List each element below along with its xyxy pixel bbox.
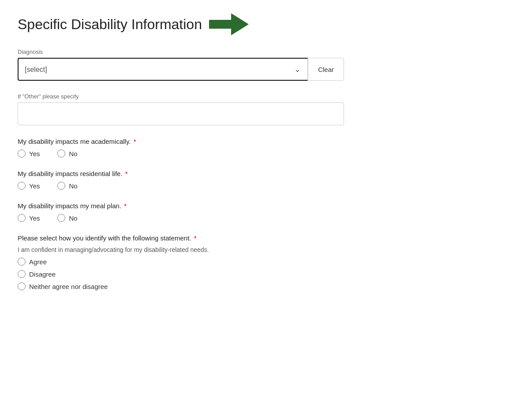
diagnosis-select[interactable]: [select] <box>18 58 308 81</box>
residential-no-radio[interactable] <box>57 182 65 190</box>
meal-plan-no-radio[interactable] <box>57 214 65 222</box>
diagnosis-section: Diagnosis [select] Clear <box>18 49 344 81</box>
academic-yes-radio[interactable] <box>18 150 26 158</box>
meal-plan-required-star: * <box>122 202 127 210</box>
academic-question-section: My disability impacts me academically. *… <box>18 138 344 158</box>
academic-radio-group: Yes No <box>18 150 344 158</box>
residential-question-label: My disability impacts residential life. … <box>18 170 344 177</box>
page-title: Specific Disability Information <box>18 16 202 33</box>
academic-required-star: * <box>131 138 136 145</box>
identity-disagree-option[interactable]: Disagree <box>18 270 344 278</box>
identity-neither-radio[interactable] <box>18 282 26 290</box>
diagnosis-select-wrapper: [select] <box>18 58 308 81</box>
clear-button[interactable]: Clear <box>308 58 344 81</box>
academic-yes-option[interactable]: Yes <box>18 150 40 158</box>
meal-plan-radio-group: Yes No <box>18 214 344 222</box>
residential-no-option[interactable]: No <box>57 182 77 190</box>
diagnosis-label: Diagnosis <box>18 49 344 55</box>
arrow-icon <box>209 13 249 35</box>
academic-question-label: My disability impacts me academically. * <box>18 138 344 145</box>
residential-radio-group: Yes No <box>18 182 344 190</box>
residential-question-section: My disability impacts residential life. … <box>18 170 344 190</box>
other-specify-label: If "Other" please specify <box>18 93 344 100</box>
identity-sub-label: I am confident in managing/advocating fo… <box>18 246 344 253</box>
identity-radio-group: Agree Disagree Neither agree nor disagre… <box>18 258 344 290</box>
identity-agree-option[interactable]: Agree <box>18 258 344 266</box>
svg-marker-0 <box>209 13 249 35</box>
meal-plan-yes-option[interactable]: Yes <box>18 214 40 222</box>
residential-required-star: * <box>123 170 128 177</box>
meal-plan-question-section: My disability impacts my meal plan. * Ye… <box>18 202 344 222</box>
meal-plan-yes-radio[interactable] <box>18 214 26 222</box>
identity-disagree-radio[interactable] <box>18 270 26 278</box>
academic-no-radio[interactable] <box>57 150 65 158</box>
other-specify-input[interactable] <box>18 102 344 125</box>
identity-neither-option[interactable]: Neither agree nor disagree <box>18 282 344 290</box>
identity-required-star: * <box>192 234 197 242</box>
diagnosis-row: [select] Clear <box>18 58 344 81</box>
page-container: Specific Disability Information Diagnosi… <box>18 13 344 290</box>
academic-no-option[interactable]: No <box>57 150 77 158</box>
identity-question-section: Please select how you identify with the … <box>18 234 344 290</box>
identity-question-label: Please select how you identify with the … <box>18 234 344 242</box>
identity-agree-radio[interactable] <box>18 258 26 266</box>
page-title-row: Specific Disability Information <box>18 13 344 35</box>
residential-yes-option[interactable]: Yes <box>18 182 40 190</box>
residential-yes-radio[interactable] <box>18 182 26 190</box>
other-specify-section: If "Other" please specify <box>18 93 344 125</box>
meal-plan-no-option[interactable]: No <box>57 214 77 222</box>
meal-plan-question-label: My disability impacts my meal plan. * <box>18 202 344 210</box>
